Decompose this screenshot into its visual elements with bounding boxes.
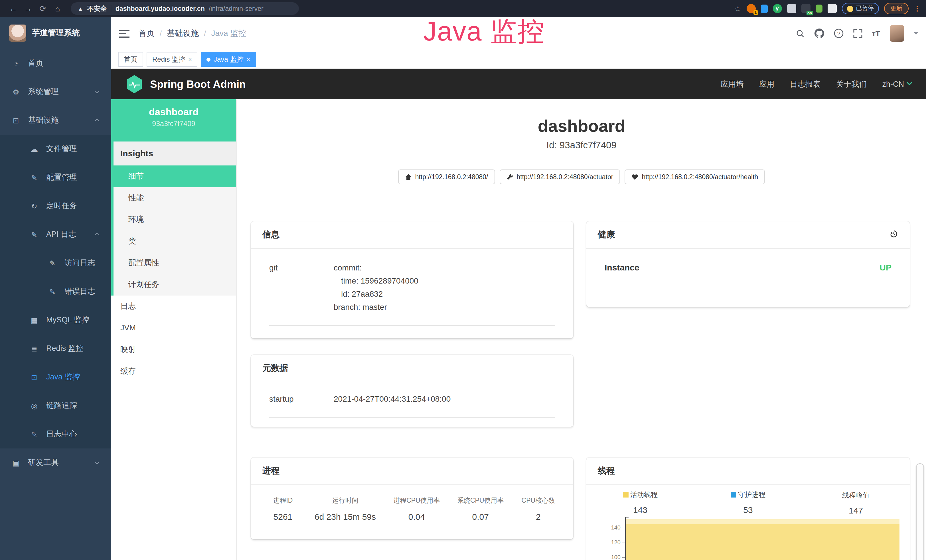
app-title: 芋道管理系统 bbox=[32, 28, 80, 38]
insights-group-label: Insights bbox=[113, 141, 236, 165]
profile-paused-chip[interactable]: 已暂停 bbox=[841, 3, 879, 14]
on-badge: on bbox=[806, 11, 813, 15]
grid-extension-icon[interactable] bbox=[787, 4, 796, 13]
sidebar-item-access-log[interactable]: ✎ 访问日志 bbox=[0, 249, 111, 277]
breadcrumb-home[interactable]: 首页 bbox=[139, 28, 154, 38]
sidebar-item-infrastructure[interactable]: ⊡ 基础设施 bbox=[0, 106, 111, 135]
close-icon[interactable]: × bbox=[247, 56, 250, 63]
metadata-value: 2021-04-27T00:44:31.254+08:00 bbox=[334, 392, 451, 406]
sba-brand[interactable]: Spring Boot Admin bbox=[150, 78, 246, 91]
breadcrumb-infrastructure[interactable]: 基础设施 bbox=[167, 28, 199, 38]
sidebar-item-dev-tools[interactable]: ▣ 研发工具 bbox=[0, 448, 111, 477]
metadata-card: 元数据 startup 2021-04-27T00:44:31.254+08:0… bbox=[251, 355, 573, 427]
reload-icon[interactable]: ⟳ bbox=[35, 0, 50, 17]
eye-icon: ◎ bbox=[30, 401, 39, 410]
locale-select[interactable]: zh-CN bbox=[882, 80, 911, 88]
sba-app-name: dashboard bbox=[111, 107, 236, 118]
threads-legend: 活动线程 143 守护进程 53 线程峰值 147 bbox=[586, 490, 910, 515]
sba-body: dashboard 93a3fc7f7409 Insights 细节 性能 环境… bbox=[111, 99, 926, 560]
service-url-button[interactable]: http://192.168.0.2:48080/ bbox=[398, 170, 495, 184]
scrollbar-thumb[interactable] bbox=[916, 463, 924, 560]
health-instance-row: Instance UP bbox=[595, 257, 900, 278]
tab-home[interactable]: 首页 bbox=[118, 52, 143, 67]
main-column: 首页 / 基础设施 / Java 监控 ? ᴛT bbox=[111, 17, 926, 560]
sidebar-item-file-manage[interactable]: ☁ 文件管理 bbox=[0, 135, 111, 163]
sba-nav-about[interactable]: 关于我们 bbox=[836, 79, 867, 89]
tab-bar: 首页 Redis 监控 × Java 监控 × bbox=[111, 50, 926, 69]
chevron-down-icon bbox=[95, 463, 99, 466]
chrome-update-button[interactable]: 更新 bbox=[884, 3, 909, 14]
extension-icon[interactable]: 1 bbox=[746, 4, 755, 13]
help-icon[interactable]: ? bbox=[834, 29, 843, 38]
sba-item-metrics[interactable]: 性能 bbox=[113, 187, 236, 209]
info-key: git bbox=[269, 261, 334, 314]
avatar[interactable] bbox=[890, 25, 904, 42]
sba-item-mappings[interactable]: 映射 bbox=[111, 339, 236, 360]
divider bbox=[111, 5, 112, 12]
sba-item-caches[interactable]: 缓存 bbox=[111, 360, 236, 382]
page-title: dashboard bbox=[237, 117, 926, 136]
breadcrumb-current: Java 监控 bbox=[211, 28, 247, 38]
sba-item-classes[interactable]: 类 bbox=[113, 230, 236, 252]
fullscreen-icon[interactable] bbox=[853, 29, 862, 38]
sidebar-item-java-monitor[interactable]: ⊡ Java 监控 bbox=[0, 363, 111, 391]
sidebar-item-log-center[interactable]: ✎ 日志中心 bbox=[0, 420, 111, 448]
process-card-header: 进程 bbox=[251, 458, 573, 485]
blue-swatch bbox=[731, 492, 736, 498]
actuator-url-button[interactable]: http://192.168.0.2:48080/actuator bbox=[499, 170, 620, 184]
sba-item-jvm[interactable]: JVM bbox=[111, 317, 236, 339]
sidebar-item-mysql-monitor[interactable]: ▤ MySQL 监控 bbox=[0, 306, 111, 334]
screen: ← → ⟳ ⌂ ▲ 不安全 dashboard.yudao.iocoder.cn… bbox=[0, 0, 926, 560]
process-card-body: 进程ID 运行时间 进程CPU使用率 系统CPU使用率 CPU核心数 5261 … bbox=[251, 485, 573, 530]
sidebar-item-api-log[interactable]: ✎ API 日志 bbox=[0, 220, 111, 249]
list-extension-icon[interactable]: on bbox=[801, 4, 810, 13]
threads-area-chart bbox=[625, 517, 899, 560]
sba-nav-applications[interactable]: 应用 bbox=[759, 79, 774, 89]
sba-nav-journal[interactable]: 日志报表 bbox=[790, 79, 820, 89]
sidebar-item-home[interactable]: ◔ 首页 bbox=[0, 49, 111, 77]
search-icon[interactable] bbox=[795, 29, 805, 38]
history-icon[interactable] bbox=[889, 229, 898, 240]
sidebar-item-system[interactable]: ⚙ 系统管理 bbox=[0, 77, 111, 106]
daemon-threads-value: 53 bbox=[694, 505, 802, 515]
tab-redis-monitor[interactable]: Redis 监控 × bbox=[147, 52, 198, 67]
pin-extension-icon[interactable] bbox=[761, 4, 767, 13]
home-icon[interactable]: ⌂ bbox=[50, 0, 65, 17]
font-size-icon[interactable]: ᴛT bbox=[872, 29, 880, 38]
process-cpu-value: 0.04 bbox=[385, 512, 449, 522]
spring-boot-admin-logo-icon[interactable] bbox=[126, 75, 142, 93]
live-threads-value: 143 bbox=[586, 505, 694, 515]
back-icon[interactable]: ← bbox=[6, 0, 21, 17]
close-icon[interactable]: × bbox=[188, 56, 192, 63]
sba-nav-wallboard[interactable]: 应用墙 bbox=[720, 79, 743, 89]
puzzle-extension-icon[interactable] bbox=[827, 4, 837, 13]
sidebar-item-error-log[interactable]: ✎ 错误日志 bbox=[0, 277, 111, 306]
metadata-startup-row: startup 2021-04-27T00:44:31.254+08:00 bbox=[260, 390, 564, 410]
address-bar[interactable]: ▲ 不安全 dashboard.yudao.iocoder.cn/infra/a… bbox=[71, 2, 299, 15]
y-extension-icon[interactable]: y bbox=[773, 4, 782, 13]
sba-sidebar: dashboard 93a3fc7f7409 Insights 细节 性能 环境… bbox=[111, 99, 237, 560]
health-url-button[interactable]: http://192.168.0.2:48080/actuator/health bbox=[625, 170, 765, 184]
sba-item-config-props[interactable]: 配置属性 bbox=[113, 252, 236, 274]
forward-icon[interactable]: → bbox=[21, 0, 35, 17]
url-path: /infra/admin-server bbox=[209, 5, 263, 12]
y-tick-140: 140 bbox=[601, 524, 620, 531]
sba-instance-header[interactable]: dashboard 93a3fc7f7409 bbox=[111, 99, 236, 141]
browser-menu-icon[interactable]: ⋮ bbox=[914, 5, 921, 12]
sba-item-scheduled-tasks[interactable]: 计划任务 bbox=[113, 274, 236, 295]
sidebar-item-tracing[interactable]: ◎ 链路追踪 bbox=[0, 391, 111, 420]
sidebar-item-redis-monitor[interactable]: ≣ Redis 监控 bbox=[0, 334, 111, 363]
user-menu-caret-icon[interactable] bbox=[914, 32, 918, 35]
collapse-sidebar-icon[interactable] bbox=[119, 29, 130, 37]
leaf-extension-icon[interactable] bbox=[816, 5, 822, 12]
bookmark-star-icon[interactable]: ☆ bbox=[735, 4, 741, 13]
divider bbox=[269, 325, 555, 326]
sba-item-environment[interactable]: 环境 bbox=[113, 209, 236, 230]
github-icon[interactable] bbox=[814, 29, 824, 38]
sidebar-item-config-manage[interactable]: ✎ 配置管理 bbox=[0, 163, 111, 192]
sba-item-details[interactable]: 细节 bbox=[113, 165, 236, 187]
sba-item-logging[interactable]: 日志 bbox=[111, 295, 236, 317]
tab-java-monitor[interactable]: Java 监控 × bbox=[201, 52, 256, 67]
metadata-card-header: 元数据 bbox=[251, 355, 573, 382]
sidebar-item-scheduled-jobs[interactable]: ↻ 定时任务 bbox=[0, 192, 111, 220]
